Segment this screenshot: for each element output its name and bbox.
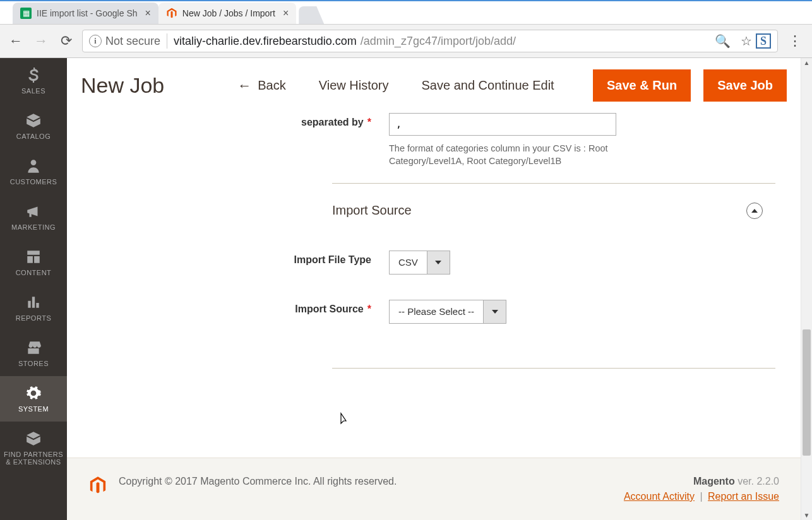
account-activity-link[interactable]: Account Activity: [624, 491, 695, 502]
sidebar-item-label: STORES: [18, 360, 49, 367]
sidebar: SALES CATALOG CUSTOMERS MARKETING CONTEN…: [0, 58, 67, 520]
sidebar-item-label: REPORTS: [16, 314, 51, 322]
section-title: Import Source: [332, 203, 412, 218]
view-history-link[interactable]: View History: [309, 73, 399, 98]
field-label: separated by*: [256, 113, 389, 128]
tab-magento[interactable]: New Job / Jobs / Import ×: [158, 3, 296, 24]
sidebar-item-label: MARKETING: [11, 223, 56, 231]
page-title: New Job: [81, 73, 164, 98]
select-value: CSV: [390, 251, 427, 274]
person-icon: [25, 158, 42, 174]
page-header: New Job ← Back View History Save and Con…: [67, 58, 801, 113]
sidebar-item-label: CUSTOMERS: [10, 178, 57, 186]
vertical-scrollbar[interactable]: ▲ ▼: [801, 58, 812, 520]
chevron-down-icon: [483, 300, 506, 323]
tabstrip: ▦ IIE import list - Google Sh × New Job …: [0, 1, 812, 24]
save-continue-label: Save and Continue Edit: [422, 78, 554, 93]
scrollbar-thumb[interactable]: [803, 329, 811, 456]
footer: Copyright © 2017 Magento Commerce Inc. A…: [67, 458, 801, 520]
help-text: The format of categories column in your …: [389, 142, 616, 168]
svg-point-1: [31, 160, 37, 165]
sidebar-item-partners[interactable]: FIND PARTNERS & EXTENSIONS: [0, 422, 67, 475]
chart-icon: [25, 294, 42, 310]
reload-button[interactable]: ⟳: [57, 33, 76, 49]
menu-button[interactable]: ⋮: [784, 33, 806, 49]
view-history-label: View History: [319, 78, 389, 93]
sidebar-item-sales[interactable]: SALES: [0, 58, 67, 103]
back-button[interactable]: ←: [6, 33, 25, 49]
sidebar-item-catalog[interactable]: CATALOG: [0, 103, 67, 149]
file-type-select[interactable]: CSV: [389, 251, 450, 275]
gear-icon: [25, 385, 42, 401]
field-import-source: Import Source* -- Please Select --: [256, 300, 775, 324]
divider: [332, 368, 775, 369]
field-label: Import File Type: [256, 251, 389, 266]
save-run-button[interactable]: Save & Run: [593, 69, 691, 102]
close-icon[interactable]: ×: [283, 8, 289, 19]
star-icon[interactable]: ☆: [741, 33, 752, 49]
sidebar-item-label: CATALOG: [16, 133, 51, 140]
field-file-type: Import File Type CSV: [256, 251, 775, 275]
select-value: -- Please Select --: [390, 300, 483, 323]
version-label: ver. 2.2.0: [737, 476, 779, 487]
brand-label: Magento: [693, 476, 735, 487]
tab-label: IIE import list - Google Sh: [37, 8, 138, 18]
megaphone-icon: [25, 203, 42, 220]
collapse-toggle[interactable]: [746, 203, 763, 219]
back-link[interactable]: ← Back: [227, 73, 296, 99]
close-icon[interactable]: ×: [145, 8, 151, 19]
info-icon[interactable]: i: [89, 35, 102, 47]
forward-button: →: [32, 33, 51, 49]
tab-label: New Job / Jobs / Import: [182, 8, 275, 18]
magento-icon: [88, 476, 107, 497]
report-issue-link[interactable]: Report an Issue: [708, 491, 779, 502]
divider: [332, 183, 775, 184]
puzzle-icon: [25, 430, 42, 447]
sidebar-item-label: CONTENT: [16, 269, 52, 276]
extension-icon[interactable]: S: [756, 33, 771, 49]
arrow-left-icon: ←: [237, 78, 251, 94]
box-icon: [25, 112, 42, 129]
sidebar-item-customers[interactable]: CUSTOMERS: [0, 149, 67, 194]
divider: [167, 33, 167, 49]
scroll-down-icon[interactable]: ▼: [801, 512, 812, 519]
magento-icon: [166, 8, 177, 19]
url-domain: vitaliy-charlie.dev.firebearstudio.com: [174, 35, 357, 48]
url-bar[interactable]: i Not secure vitaliy-charlie.dev.firebea…: [82, 30, 778, 52]
sheets-icon: ▦: [20, 8, 32, 19]
scroll-up-icon[interactable]: ▲: [801, 59, 812, 66]
separated-by-input[interactable]: [389, 113, 616, 136]
back-label: Back: [258, 78, 285, 93]
sidebar-item-reports[interactable]: REPORTS: [0, 285, 67, 331]
url-bar-row: ← → ⟳ i Not secure vitaliy-charlie.dev.f…: [0, 24, 812, 58]
sidebar-item-marketing[interactable]: MARKETING: [0, 194, 67, 240]
security-label: Not secure: [105, 35, 160, 48]
chevron-down-icon: [427, 251, 450, 274]
import-source-select[interactable]: -- Please Select --: [389, 300, 506, 324]
layout-icon: [25, 249, 42, 265]
sidebar-item-content[interactable]: CONTENT: [0, 240, 67, 285]
sidebar-item-label: FIND PARTNERS & EXTENSIONS: [3, 451, 64, 466]
sidebar-item-label: SALES: [21, 87, 45, 95]
save-continue-link[interactable]: Save and Continue Edit: [412, 73, 564, 98]
sidebar-item-label: SYSTEM: [18, 405, 49, 413]
sidebar-item-system[interactable]: SYSTEM: [0, 376, 67, 422]
content-area: New Job ← Back View History Save and Con…: [67, 58, 801, 520]
field-label: Import Source*: [256, 300, 389, 315]
sidebar-item-stores[interactable]: STORES: [0, 331, 67, 376]
copyright-text: Copyright © 2017 Magento Commerce Inc. A…: [119, 476, 612, 487]
url-path: /admin_z7gc47/import/job/add/: [361, 35, 516, 48]
store-icon: [25, 340, 42, 356]
tab-google-sheets[interactable]: ▦ IIE import list - Google Sh ×: [13, 3, 158, 24]
save-job-button[interactable]: Save Job: [703, 69, 787, 102]
new-tab-button[interactable]: [299, 6, 324, 24]
dollar-icon: [25, 67, 42, 83]
zoom-icon[interactable]: 🔍: [715, 33, 731, 49]
field-separated-by: separated by* The format of categories c…: [256, 113, 775, 168]
